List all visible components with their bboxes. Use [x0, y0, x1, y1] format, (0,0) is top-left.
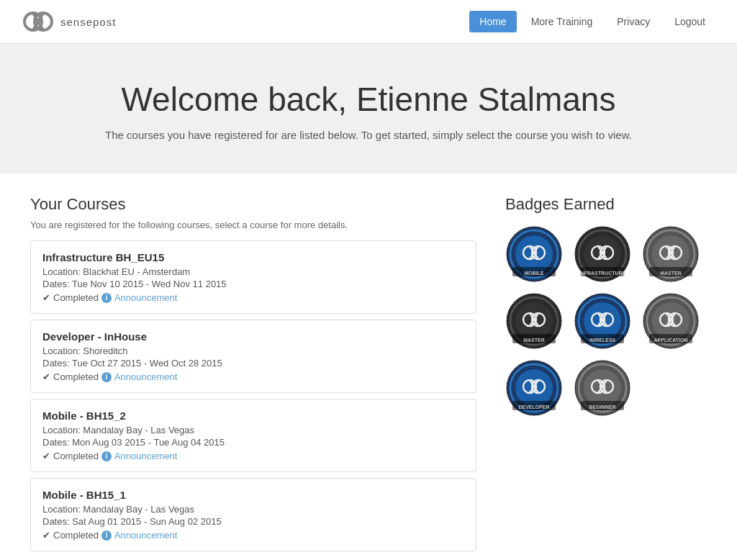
svg-text:MASTER: MASTER: [523, 338, 545, 343]
status-label: Completed: [53, 292, 99, 303]
info-icon[interactable]: i: [101, 293, 112, 303]
svg-text:WIRELESS: WIRELESS: [589, 338, 616, 343]
status-label: Completed: [53, 451, 99, 461]
badge-svg: APPLICATION: [642, 292, 700, 350]
svg-text:MASTER: MASTER: [660, 271, 682, 276]
course-list: Infrastructure BH_EU15 Location: Blackha…: [30, 240, 476, 551]
courses-section: Your Courses You are registered for the …: [30, 195, 476, 557]
course-dates: Dates: Tue Oct 27 2015 - Wed Oct 28 2015: [42, 358, 464, 369]
course-card[interactable]: Developer - InHouse Location: Shoreditch…: [30, 320, 476, 393]
svg-text:APPLICATION: APPLICATION: [654, 338, 688, 343]
course-location: Location: Mandalay Bay - Las Vegas: [42, 425, 464, 435]
main-content: Your Courses You are registered for the …: [9, 195, 728, 560]
nav-more-training[interactable]: More Training: [521, 11, 603, 32]
course-location: Location: Blackhat EU - Amsterdam: [42, 266, 464, 277]
navbar: sensepost Home More Training Privacy Log…: [0, 0, 737, 44]
course-dates: Dates: Tue Nov 10 2015 - Wed Nov 11 2015: [42, 279, 464, 289]
svg-text:DEVELOPER: DEVELOPER: [518, 405, 549, 410]
courses-heading: Your Courses: [30, 195, 476, 214]
badge-svg: MASTER: [505, 292, 563, 350]
hero-subtext: The courses you have registered for are …: [14, 129, 723, 141]
course-location: Location: Mandalay Bay - Las Vegas: [42, 504, 464, 515]
badges-section: Badges Earned MOBILE: [505, 195, 707, 557]
brand: sensepost: [22, 7, 116, 36]
check-icon: ✔: [42, 371, 50, 382]
check-icon: ✔: [42, 292, 50, 303]
check-icon: ✔: [42, 530, 50, 541]
announcement-link[interactable]: Announcement: [114, 530, 177, 541]
badge-svg: MOBILE: [505, 225, 563, 283]
badge-svg: BEGINNER: [574, 359, 631, 417]
course-card[interactable]: Infrastructure BH_EU15 Location: Blackha…: [30, 240, 476, 314]
badge-item[interactable]: MASTER: [505, 292, 566, 352]
nav-links: Home More Training Privacy Logout: [469, 11, 715, 32]
course-title: Mobile - BH15_1: [42, 489, 464, 501]
status-label: Completed: [53, 530, 99, 541]
badges-grid: MOBILE INFRASTRUCTURE: [505, 225, 707, 419]
hero-banner: Welcome back, Etienne Stalmans The cours…: [0, 44, 737, 173]
badge-svg: INFRASTRUCTURE: [574, 225, 631, 283]
info-icon[interactable]: i: [101, 451, 112, 461]
brand-logo: [22, 7, 55, 36]
info-icon[interactable]: i: [101, 372, 112, 382]
course-title: Developer - InHouse: [42, 330, 464, 343]
nav-logout[interactable]: Logout: [664, 11, 715, 32]
badge-svg: DEVELOPER: [505, 359, 563, 417]
announcement-link[interactable]: Announcement: [114, 292, 177, 303]
brand-name: sensepost: [60, 16, 116, 28]
course-dates: Dates: Mon Aug 03 2015 - Tue Aug 04 2015: [42, 437, 464, 448]
nav-privacy[interactable]: Privacy: [607, 11, 660, 32]
course-status: ✔ Completed i Announcement: [42, 371, 464, 382]
check-icon: ✔: [42, 451, 50, 461]
course-title: Infrastructure BH_EU15: [42, 251, 464, 263]
badge-svg: MASTER: [642, 225, 700, 283]
badge-svg: WIRELESS: [574, 292, 631, 350]
course-card[interactable]: Mobile - BH15_2 Location: Mandalay Bay -…: [30, 399, 476, 472]
badge-item[interactable]: DEVELOPER: [505, 359, 566, 419]
nav-home[interactable]: Home: [469, 11, 516, 32]
badge-item[interactable]: BEGINNER: [574, 359, 635, 419]
announcement-link[interactable]: Announcement: [114, 371, 177, 382]
course-status: ✔ Completed i Announcement: [42, 530, 464, 541]
course-location: Location: Shoreditch: [42, 346, 464, 356]
svg-text:MOBILE: MOBILE: [524, 271, 544, 276]
announcement-link[interactable]: Announcement: [114, 451, 177, 461]
status-label: Completed: [53, 371, 99, 382]
badge-item[interactable]: WIRELESS: [574, 292, 635, 352]
svg-text:BEGINNER: BEGINNER: [589, 405, 616, 410]
badge-item[interactable]: APPLICATION: [642, 292, 703, 352]
badges-heading: Badges Earned: [505, 195, 707, 214]
info-icon[interactable]: i: [101, 530, 112, 541]
svg-text:INFRASTRUCTURE: INFRASTRUCTURE: [579, 271, 626, 276]
badge-item[interactable]: MASTER: [642, 225, 703, 285]
course-title: Mobile - BH15_2: [42, 410, 464, 422]
courses-subtitle: You are registered for the following cou…: [30, 220, 476, 230]
course-card[interactable]: Mobile - BH15_1 Location: Mandalay Bay -…: [30, 478, 476, 551]
course-dates: Dates: Sat Aug 01 2015 - Sun Aug 02 2015: [42, 516, 464, 527]
hero-heading: Welcome back, Etienne Stalmans: [14, 80, 723, 119]
course-status: ✔ Completed i Announcement: [42, 292, 464, 303]
badge-item[interactable]: MOBILE: [505, 225, 566, 285]
course-status: ✔ Completed i Announcement: [42, 451, 464, 461]
badge-item[interactable]: INFRASTRUCTURE: [574, 225, 635, 285]
